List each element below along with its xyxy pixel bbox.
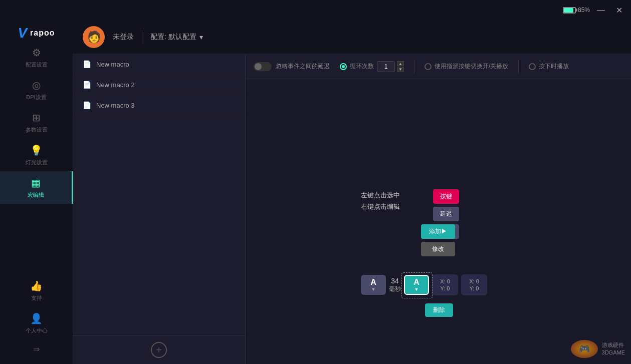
logo-text-line1: 游戏硬件: [602, 341, 625, 349]
macro-file-icon-2: 📄: [83, 81, 91, 89]
minimize-button[interactable]: —: [594, 3, 608, 17]
params-icon: ⊞: [30, 111, 43, 124]
bottom-logo: 🎮 游戏硬件 3DGAME: [571, 340, 625, 358]
node-1-letter: A: [370, 278, 376, 287]
sidebar-item-light[interactable]: 💡 灯光设置: [0, 139, 73, 171]
config-label-text: 配置: 默认配置: [150, 33, 196, 42]
action-buttons: 添加▶ 修改: [421, 224, 455, 256]
editor-canvas[interactable]: 左键点击选中 右键点击编辑 按键 延迟: [246, 79, 631, 364]
add-icon: +: [156, 344, 162, 356]
logo-emblem: 🎮: [571, 340, 598, 358]
logo-text: 游戏硬件 3DGAME: [602, 341, 625, 357]
macro-file-icon-1: 📄: [83, 60, 91, 68]
sidebar-item-support[interactable]: 👍 支持: [0, 274, 73, 307]
close-button[interactable]: ✕: [612, 3, 626, 17]
content-main: 📄 New macro 📄 New macro 2 📄 New macro 3 …: [73, 54, 631, 364]
hint-line2: 右键点击编辑: [361, 201, 400, 212]
personal-icon: 👤: [30, 312, 43, 325]
battery-fill: [564, 8, 573, 13]
macro-toolbar: 忽略事件之间的延迟 循环次数 1 ▲ ▼: [246, 54, 631, 79]
toggle-on-off-radio[interactable]: [425, 63, 432, 70]
titlebar-controls: 85% — ✕: [563, 3, 626, 17]
node-3-letter: A: [413, 278, 419, 287]
sidebar-label-support: 支持: [31, 294, 42, 302]
chevron-down-icon: ▾: [199, 33, 203, 41]
node-3-arrow: ▼: [414, 287, 419, 292]
loop-count-radio[interactable]: [340, 63, 347, 70]
battery-percent: 85%: [578, 7, 590, 14]
sidebar-item-profile[interactable]: ⚙ 配置设置: [0, 41, 73, 74]
sidebar: V rapoo ⚙ 配置设置 ◎ DPI设置 ⊞ 参数设置 💡 灯光设置 ▦ 宏…: [0, 20, 73, 364]
macro-item-2[interactable]: 📄 New macro 2: [73, 75, 245, 95]
titlebar: 85% — ✕: [0, 0, 631, 20]
macro-item-name-2: New macro 2: [96, 81, 135, 89]
collapse-icon: ⇒: [33, 344, 40, 354]
sidebar-label-profile: 配置设置: [26, 61, 48, 69]
node-delay: 34 毫秒: [389, 277, 401, 293]
edit-button[interactable]: 修改: [421, 242, 455, 256]
editor-hint: 左键点击选中 右键点击编辑: [361, 189, 400, 239]
header-divider: [142, 30, 142, 44]
node-3-key[interactable]: A ▼: [404, 275, 429, 295]
ignore-delay-switch-track[interactable]: [254, 62, 272, 71]
macro-item-1[interactable]: 📄 New macro: [73, 54, 245, 75]
macro-add-button[interactable]: +: [73, 335, 245, 364]
config-selector[interactable]: 配置: 默认配置 ▾: [150, 33, 203, 42]
delay-ms: 毫秒: [389, 285, 401, 293]
selected-node-area: A ▼: [404, 275, 429, 295]
loop-count-value[interactable]: 1: [377, 61, 395, 72]
loop-count-up[interactable]: ▲: [397, 61, 404, 66]
sidebar-label-macro: 宏编辑: [28, 191, 44, 199]
v-logo-icon: V: [18, 25, 27, 41]
support-icon: 👍: [30, 279, 43, 292]
hold-radio[interactable]: [529, 63, 536, 70]
macro-item-name-1: New macro: [96, 61, 129, 68]
node-1[interactable]: A ▼: [361, 275, 386, 295]
sidebar-item-dpi[interactable]: ◎ DPI设置: [0, 74, 73, 106]
rapoo-brand: rapoo: [30, 29, 55, 38]
coord2-y: Y: 0: [470, 285, 479, 291]
ignore-delay-label: 忽略事件之间的延迟: [276, 62, 330, 71]
hint-text: 左键点击选中 右键点击编辑: [361, 189, 400, 213]
logo-text-line2: 3DGAME: [602, 349, 625, 356]
ignore-delay-toggle[interactable]: 忽略事件之间的延迟: [254, 62, 330, 71]
delete-button[interactable]: 删除: [425, 303, 453, 317]
coord2-x: X: 0: [469, 278, 479, 284]
sidebar-label-personal: 个人中心: [26, 327, 48, 334]
sidebar-item-personal[interactable]: 👤 个人中心: [0, 307, 73, 339]
delay-button[interactable]: 延迟: [433, 207, 459, 221]
delete-button-area: 删除: [425, 303, 453, 317]
macro-item-name-3: New macro 3: [96, 102, 135, 109]
add-circle-icon: +: [151, 342, 167, 358]
loop-count-input[interactable]: 1 ▲ ▼: [377, 61, 404, 72]
battery-icon: [563, 7, 576, 14]
coord-node-2[interactable]: X: 0 Y: 0: [461, 274, 487, 295]
loop-count-down[interactable]: ▼: [397, 67, 404, 72]
macro-list: 📄 New macro 📄 New macro 2 📄 New macro 3: [73, 54, 245, 335]
content-area: 🧑 未登录 配置: 默认配置 ▾ 📄 New macro: [73, 20, 631, 364]
sequence-area: A ▼ 34 毫秒 A: [361, 274, 487, 295]
collapse-button[interactable]: ⇒: [0, 339, 73, 359]
node-1-key[interactable]: A ▼: [361, 275, 386, 295]
macro-icon: ▦: [30, 176, 43, 189]
battery-indicator: 85%: [563, 7, 590, 14]
hold-label: 按下时播放: [539, 62, 569, 71]
coord1-x: X: 0: [440, 278, 450, 284]
toolbar-separator: [414, 60, 414, 74]
user-avatar: 🧑: [83, 26, 105, 48]
sidebar-label-params: 参数设置: [26, 126, 48, 134]
macro-item-3[interactable]: 📄 New macro 3: [73, 95, 245, 116]
sidebar-item-params[interactable]: ⊞ 参数设置: [0, 106, 73, 139]
key-button[interactable]: 按键: [433, 189, 459, 204]
macro-editor: 忽略事件之间的延迟 循环次数 1 ▲ ▼: [246, 54, 631, 364]
coord-node-1[interactable]: X: 0 Y: 0: [432, 274, 458, 295]
profile-icon: ⚙: [30, 46, 43, 59]
hint-line1: 左键点击选中: [361, 189, 400, 201]
light-icon: 💡: [30, 144, 43, 157]
sidebar-item-macro[interactable]: ▦ 宏编辑: [0, 171, 73, 204]
add-button[interactable]: 添加▶: [421, 224, 455, 239]
loop-count-group: 循环次数 1 ▲ ▼: [340, 61, 404, 72]
toggle-playback-group: 使用指派按键切换开/关播放: [425, 62, 508, 71]
coord1-y: Y: 0: [441, 285, 450, 291]
loop-count-arrows[interactable]: ▲ ▼: [397, 61, 404, 72]
